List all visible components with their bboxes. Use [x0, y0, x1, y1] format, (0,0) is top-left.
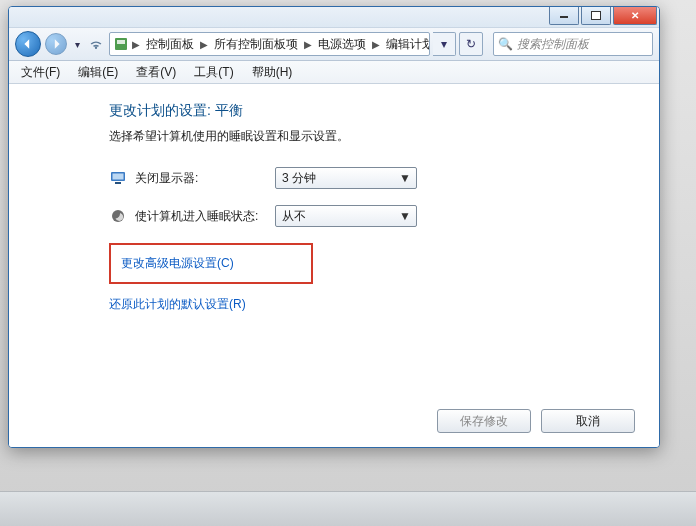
chevron-down-icon: ▼ [398, 209, 412, 223]
nav-forward-button[interactable] [45, 33, 67, 55]
label-sleep: 使计算机进入睡眠状态: [135, 208, 275, 225]
control-panel-window: ▾ ▶ 控制面板 ▶ 所有控制面板项 ▶ 电源选项 ▶ 编辑计划设置 ▾ ↻ 🔍 [8, 6, 660, 448]
combo-value: 3 分钟 [282, 170, 398, 187]
breadcrumb-all-items[interactable]: 所有控制面板项 [212, 36, 300, 53]
breadcrumb-power-options[interactable]: 电源选项 [316, 36, 368, 53]
page-subtext: 选择希望计算机使用的睡眠设置和显示设置。 [109, 128, 659, 145]
nav-history-dropdown[interactable]: ▾ [71, 32, 83, 56]
row-turn-off-display: 关闭显示器: 3 分钟 ▼ [109, 167, 659, 189]
content-area: 更改计划的设置: 平衡 选择希望计算机使用的睡眠设置和显示设置。 关闭显示器: … [9, 84, 659, 447]
refresh-button[interactable]: ↻ [459, 32, 483, 56]
search-icon: 🔍 [498, 37, 513, 51]
window-close-button[interactable] [613, 6, 657, 25]
menu-help[interactable]: 帮助(H) [244, 62, 301, 83]
window-titlebar [9, 7, 659, 28]
combo-sleep[interactable]: 从不 ▼ [275, 205, 417, 227]
taskbar[interactable] [0, 491, 696, 526]
sleep-icon [109, 207, 127, 225]
svg-rect-3 [113, 174, 124, 180]
combo-value: 从不 [282, 208, 398, 225]
breadcrumb-edit-plan[interactable]: 编辑计划设置 [384, 36, 430, 53]
save-button[interactable]: 保存修改 [437, 409, 531, 433]
highlight-box: 更改高级电源设置(C) [109, 243, 313, 284]
chevron-down-icon: ▼ [398, 171, 412, 185]
menu-file[interactable]: 文件(F) [13, 62, 68, 83]
address-breadcrumb[interactable]: ▶ 控制面板 ▶ 所有控制面板项 ▶ 电源选项 ▶ 编辑计划设置 [109, 32, 430, 56]
chevron-right-icon: ▶ [130, 39, 142, 50]
display-icon [109, 169, 127, 187]
page-title: 更改计划的设置: 平衡 [109, 102, 659, 120]
label-turn-off-display: 关闭显示器: [135, 170, 275, 187]
button-bar: 保存修改 取消 [437, 409, 635, 433]
link-advanced-power-settings[interactable]: 更改高级电源设置(C) [121, 256, 234, 270]
search-input[interactable]: 🔍 搜索控制面板 [493, 32, 653, 56]
breadcrumb-root[interactable]: 控制面板 [144, 36, 196, 53]
svg-rect-4 [115, 182, 121, 184]
cancel-button[interactable]: 取消 [541, 409, 635, 433]
desktop-background: ▾ ▶ 控制面板 ▶ 所有控制面板项 ▶ 电源选项 ▶ 编辑计划设置 ▾ ↻ 🔍 [0, 0, 696, 526]
window-maximize-button[interactable] [581, 6, 611, 25]
window-controls [549, 6, 657, 27]
link-restore-defaults[interactable]: 还原此计划的默认设置(R) [109, 297, 246, 311]
menu-view[interactable]: 查看(V) [128, 62, 184, 83]
menu-tools[interactable]: 工具(T) [186, 62, 241, 83]
window-minimize-button[interactable] [549, 6, 579, 25]
chevron-right-icon: ▶ [198, 39, 210, 50]
control-panel-icon [114, 36, 128, 52]
row-sleep: 使计算机进入睡眠状态: 从不 ▼ [109, 205, 659, 227]
navigation-bar: ▾ ▶ 控制面板 ▶ 所有控制面板项 ▶ 电源选项 ▶ 编辑计划设置 ▾ ↻ 🔍 [9, 28, 659, 61]
chevron-right-icon: ▶ [302, 39, 314, 50]
network-status-icon [87, 35, 105, 53]
arrow-right-icon [50, 38, 62, 50]
chevron-right-icon: ▶ [370, 39, 382, 50]
menu-bar: 文件(F) 编辑(E) 查看(V) 工具(T) 帮助(H) [9, 61, 659, 84]
combo-turn-off-display[interactable]: 3 分钟 ▼ [275, 167, 417, 189]
menu-edit[interactable]: 编辑(E) [70, 62, 126, 83]
arrow-left-icon [22, 38, 34, 50]
address-dropdown-button[interactable]: ▾ [433, 32, 456, 56]
search-placeholder: 搜索控制面板 [517, 36, 589, 53]
nav-back-button[interactable] [15, 31, 41, 57]
svg-rect-1 [117, 40, 125, 44]
